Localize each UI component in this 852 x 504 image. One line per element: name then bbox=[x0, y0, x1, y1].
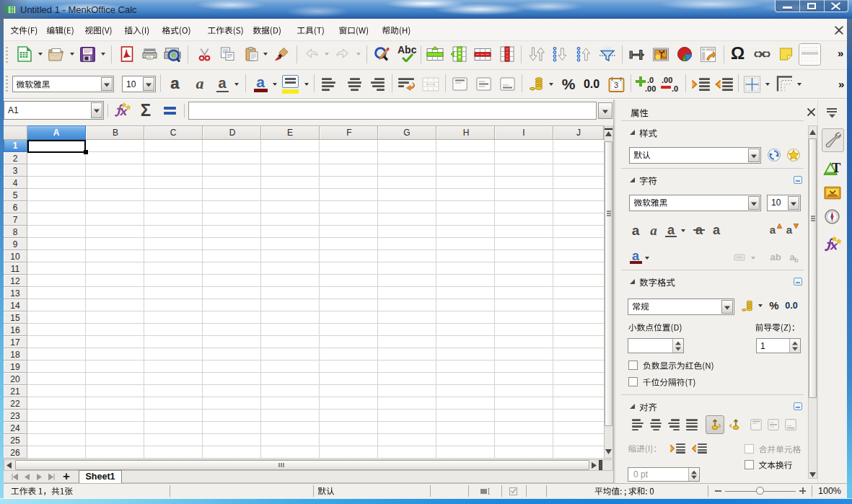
svg-text:T: T bbox=[832, 161, 841, 175]
